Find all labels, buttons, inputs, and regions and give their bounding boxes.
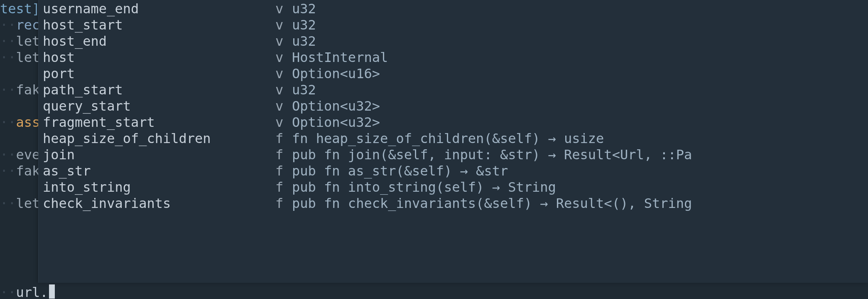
code-token: fak [16,163,40,179]
indent-guide: ·· [0,163,16,179]
completion-kind: f [275,163,292,179]
completion-detail: u32 [292,17,868,33]
code-fragment: test] [0,1,37,17]
completion-name: heap_size_of_children [39,131,275,147]
completion-name: port [39,66,275,82]
completion-name: query_start [39,98,275,114]
completion-item[interactable]: as_strfpub fn as_str(&self) → &str [39,162,868,178]
completion-kind: v [275,66,292,82]
completion-item[interactable]: hostvHostInternal [39,49,868,65]
code-token: let [16,195,40,211]
completion-detail: HostInternal [292,49,868,66]
completion-name: path_start [39,82,275,98]
completion-detail: Option<u32> [292,114,868,131]
indent-guide: ·· [0,82,16,98]
completion-kind: v [275,114,292,131]
indent-guide: ·· [0,195,16,211]
completion-kind: v [275,98,292,114]
active-code-line[interactable]: ··url. [0,283,55,299]
completion-name: username_end [39,1,275,17]
code-fragment: ··rece [0,17,37,33]
completion-name: host [39,49,275,66]
code-token: let [16,33,40,49]
completion-name: host_end [39,33,275,49]
completion-kind: v [275,17,292,33]
code-fragment: ··fak [0,82,37,98]
completion-item[interactable]: path_startvu32 [39,81,868,97]
code-fragment [0,131,37,147]
completion-item[interactable]: fragment_startvOption<u32> [39,114,868,130]
completion-kind: v [275,1,292,17]
code-fragment: ··let [0,33,37,49]
completion-item[interactable]: check_invariantsfpub fn check_invariants… [39,195,868,211]
text-caret [49,284,55,299]
autocomplete-popup[interactable]: username_endvu32host_startvu32host_endvu… [38,0,868,283]
completion-kind: f [275,195,292,212]
completion-kind: v [275,82,292,98]
indent-guide: ·· [0,284,16,299]
code-fragment: ··ass [0,114,37,131]
completion-name: as_str [39,163,275,179]
indent-guide: ·· [0,147,16,163]
code-fragment [0,66,37,82]
indent-guide: ·· [0,33,16,49]
code-token: let [16,49,40,65]
completion-item[interactable]: into_stringfpub fn into_string(self) → S… [39,178,868,195]
code-text: url. [16,284,48,299]
completion-detail: pub fn join(&self, input: &str) → Result… [292,147,868,163]
completion-kind: f [275,179,292,195]
code-fragment: ··let [0,49,37,66]
completion-kind: v [275,33,292,49]
code-fragment: ··eve [0,147,37,163]
code-fragment: ··fak [0,163,37,179]
code-fragment [0,179,37,195]
completion-detail: fn heap_size_of_children(&self) → usize [292,131,868,147]
code-token: fak [16,82,40,98]
completion-name: join [39,147,275,163]
completion-name: fragment_start [39,114,275,131]
completion-item[interactable]: heap_size_of_childrenffn heap_size_of_ch… [39,130,868,146]
completion-item[interactable]: host_startvu32 [39,16,868,32]
completion-item[interactable]: username_endvu32 [39,0,868,16]
completion-detail: u32 [292,82,868,98]
code-token: eve [16,147,40,163]
completion-item[interactable]: host_endvu32 [39,32,868,49]
completion-name: host_start [39,17,275,33]
code-token: test] [0,1,40,17]
completion-name: into_string [39,179,275,195]
completion-detail: u32 [292,1,868,17]
code-token: ass [16,114,40,130]
code-fragment: ··let [0,195,37,212]
completion-detail: Option<u16> [292,66,868,82]
code-fragment [0,98,37,114]
completion-detail: pub fn into_string(self) → String [292,179,868,195]
completion-kind: v [275,49,292,66]
completion-detail: u32 [292,33,868,49]
completion-item[interactable]: query_startvOption<u32> [39,97,868,114]
indent-guide: ·· [0,49,16,65]
completion-kind: f [275,131,292,147]
completion-item[interactable]: portvOption<u16> [39,65,868,81]
completion-name: check_invariants [39,195,275,212]
editor-pane[interactable]: test]··rece··let··let··fak··ass··eve··fa… [0,0,868,299]
indent-guide: ·· [0,114,16,130]
indent-guide: ·· [0,17,16,33]
code-gutter: test]··rece··let··let··fak··ass··eve··fa… [0,0,37,212]
completion-kind: f [275,147,292,163]
completion-item[interactable]: joinfpub fn join(&self, input: &str) → R… [39,146,868,162]
completion-detail: Option<u32> [292,98,868,114]
completion-detail: pub fn check_invariants(&self) → Result<… [292,195,868,212]
completion-detail: pub fn as_str(&self) → &str [292,163,868,179]
